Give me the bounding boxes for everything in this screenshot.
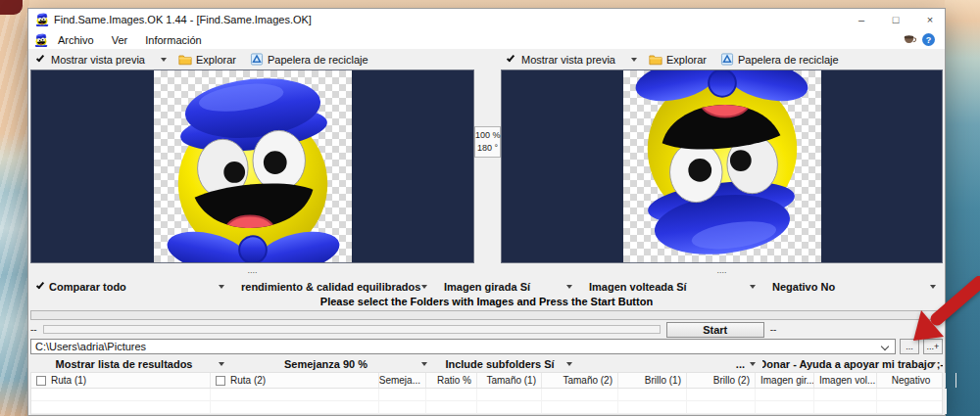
results-options-row: Mostrar lista de resultados Semejanza 90… [30, 355, 943, 372]
rotated-image-label: Imagen girada Sí [444, 281, 530, 293]
donate-link[interactable]: Donar - Ayuda a apoyar mi trabajo ;-). [762, 355, 943, 372]
right-recycle-bin-button[interactable]: Papelera de reciclaje [738, 54, 839, 66]
menu-ver[interactable]: Ver [104, 33, 136, 47]
menu-bar: Archivo Ver Información ? [28, 30, 945, 49]
chevron-down-icon[interactable] [421, 285, 427, 289]
flipped-image-label: Imagen volteada Sí [589, 281, 687, 293]
checkbox-ruta-2[interactable] [216, 376, 225, 386]
right-preview-caption: .... [501, 263, 943, 278]
status-left: -- [30, 324, 37, 335]
app-smiley-icon [34, 33, 48, 47]
coffee-cup-icon[interactable] [903, 33, 916, 46]
smiley-image [156, 69, 350, 263]
left-recycle-bin-button[interactable]: Papelera de reciclaje [268, 54, 368, 66]
rotated-image-dropdown[interactable]: Imagen girada Sí [434, 278, 579, 295]
quality-dropdown[interactable]: rendimiento & calidad equilibrados [231, 278, 434, 295]
instruction-message: Please select the Folders with Images an… [30, 295, 943, 309]
checkmark-icon [36, 54, 44, 63]
compare-mode-label: Comparar todo [49, 281, 126, 293]
chevron-down-icon[interactable] [161, 58, 167, 62]
window-content: Mostrar vista previa Explorar Papelera d… [28, 49, 945, 415]
column-imagen-girada[interactable]: Imagen gir... [756, 373, 814, 388]
comparison-options-row: Comparar todo rendimiento & calidad equi… [30, 278, 943, 295]
column-ratio[interactable]: Ratio % [426, 373, 477, 388]
help-icon[interactable]: ? [922, 33, 935, 46]
left-explore-button[interactable]: Explorar [196, 54, 236, 66]
title-bar[interactable]: Find.Same.Images.OK 1.44 - [Find.Same.Im… [28, 9, 945, 30]
column-semejanza[interactable]: Semeja... [379, 373, 426, 388]
column-tamano-1[interactable]: Tamaño (1) [477, 373, 542, 388]
window-title: Find.Same.Images.OK 1.44 - [Find.Same.Im… [54, 14, 842, 25]
zoom-info-strip: 100 % 180 ° [474, 69, 501, 263]
more-options-label: ... [736, 358, 745, 370]
chevron-down-icon[interactable] [881, 343, 889, 350]
folder-path-row: C:\Users\adria\Pictures ... ...+ [30, 338, 943, 355]
chevron-down-icon[interactable] [219, 362, 224, 366]
column-ruta-1-label: Ruta (1) [51, 375, 86, 386]
app-smiley-icon [35, 13, 49, 26]
similarity-label: Semejanza 90 % [284, 358, 368, 370]
chevron-down-icon[interactable] [750, 285, 756, 289]
chevron-down-icon[interactable] [566, 362, 572, 366]
secondary-progress-bar [43, 325, 661, 334]
checkbox-ruta-1[interactable] [36, 376, 46, 386]
similarity-dropdown[interactable]: Semejanza 90 % [231, 355, 434, 372]
start-button[interactable]: Start [666, 322, 764, 338]
right-preview-toolbar: Mostrar vista previa Explorar Papelera d… [501, 53, 943, 66]
menu-informacion[interactable]: Información [137, 33, 209, 47]
results-list-dropdown[interactable]: Mostrar lista de resultados [30, 355, 231, 372]
right-explore-button[interactable]: Explorar [666, 54, 707, 66]
negative-dropdown[interactable]: Negativo No [762, 278, 943, 295]
start-row: -- Start -- [30, 321, 943, 338]
right-preview-image [623, 70, 821, 262]
right-show-preview-dropdown[interactable]: Mostrar vista previa [521, 54, 615, 66]
desktop-wallpaper-corner [0, 0, 23, 15]
compare-mode-dropdown[interactable]: Comparar todo [30, 278, 231, 295]
menu-archivo[interactable]: Archivo [50, 33, 102, 47]
minimize-button[interactable]: – [847, 9, 876, 30]
column-imagen-volteada[interactable]: Imagen vol... [814, 373, 877, 388]
folder-path-combobox[interactable]: C:\Users\adria\Pictures [30, 339, 896, 354]
checkmark-icon [507, 54, 514, 63]
left-show-preview-dropdown[interactable]: Mostrar vista previa [51, 54, 145, 66]
column-brillo-2[interactable]: Brillo (2) [687, 373, 756, 388]
chevron-down-icon[interactable] [750, 362, 756, 366]
negative-label: Negativo No [772, 281, 835, 293]
column-ruta-2[interactable]: Ruta (2) [211, 373, 379, 388]
rotation-value: 180 ° [477, 143, 498, 153]
chevron-down-icon[interactable] [219, 285, 224, 289]
smiley-image-rotated [625, 69, 819, 263]
recycle-bin-icon [720, 53, 734, 66]
chevron-down-icon[interactable] [566, 285, 572, 289]
preview-area: 100 % 180 ° [30, 69, 943, 263]
results-list-label: Mostrar lista de resultados [56, 358, 193, 370]
left-preview-toolbar: Mostrar vista previa Explorar Papelera d… [30, 53, 474, 66]
column-ruta-1[interactable]: Ruta (1) [31, 373, 211, 388]
desktop-wallpaper-right [945, 0, 980, 416]
column-brillo-1[interactable]: Brillo (1) [618, 373, 687, 388]
results-table-header: Ruta (1) Ruta (2) Semeja... Ratio % Tama… [30, 372, 943, 389]
folder-path-value: C:\Users\adria\Pictures [35, 341, 146, 352]
subfolders-label: Include subfolders Sí [445, 358, 554, 370]
column-tamano-2[interactable]: Tamaño (2) [542, 373, 618, 388]
preview-captions: .... .... [30, 263, 943, 278]
browse-folder-button[interactable]: ... [900, 339, 919, 354]
column-filler [946, 373, 956, 388]
quality-label: rendimiento & calidad equilibrados [241, 281, 420, 293]
column-ruta-2-label: Ruta (2) [230, 375, 266, 386]
subfolders-dropdown[interactable]: Include subfolders Sí [434, 355, 579, 372]
results-table-body[interactable] [30, 389, 943, 415]
status-right: -- [770, 324, 777, 335]
desktop: Find.Same.Images.OK 1.44 - [Find.Same.Im… [0, 0, 980, 416]
more-options-dropdown[interactable]: ... [579, 355, 762, 372]
add-folder-button[interactable]: ...+ [923, 339, 943, 354]
chevron-down-icon[interactable] [930, 285, 936, 289]
chevron-down-icon[interactable] [421, 362, 427, 366]
maximize-button[interactable]: □ [881, 9, 910, 30]
chevron-down-icon[interactable] [930, 362, 936, 366]
checkmark-icon [36, 281, 44, 290]
column-negativo[interactable]: Negativo [877, 373, 946, 388]
close-button[interactable]: × [915, 9, 945, 30]
flipped-image-dropdown[interactable]: Imagen volteada Sí [579, 278, 762, 295]
chevron-down-icon[interactable] [631, 58, 637, 62]
